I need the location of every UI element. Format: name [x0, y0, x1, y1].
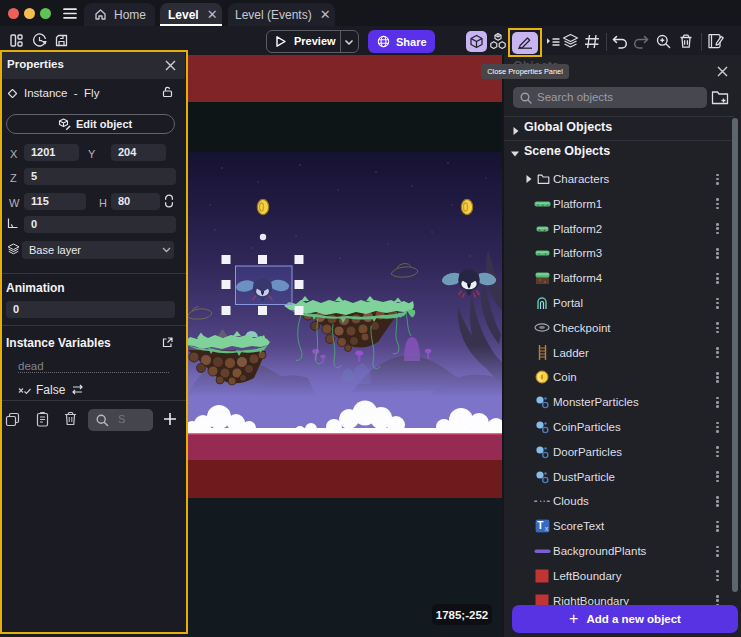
svg-text:T: T	[537, 521, 543, 532]
svg-text:1785;-252: 1785;-252	[436, 609, 488, 621]
svg-text:x: x	[544, 525, 548, 532]
